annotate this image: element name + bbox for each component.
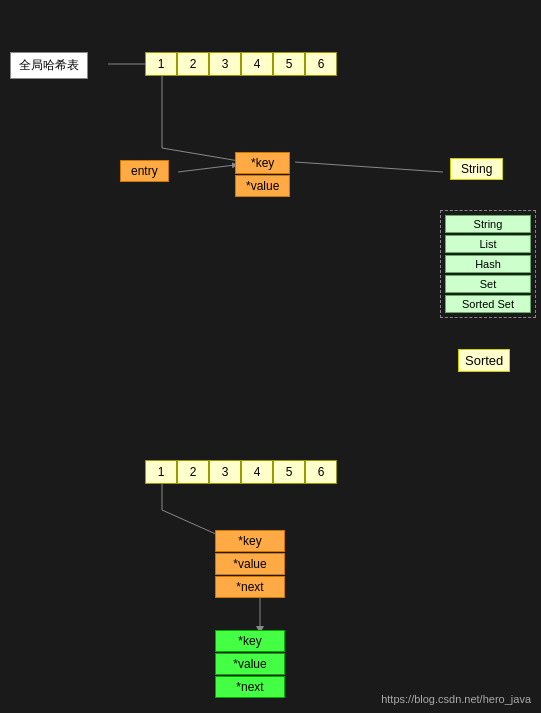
array-cell: 2	[177, 460, 209, 484]
array-cell: 5	[273, 52, 305, 76]
entry-group-1: *key *value *next	[215, 530, 285, 598]
svg-line-3	[178, 165, 235, 172]
entry-group-2: *key *value *next	[215, 630, 285, 698]
array-cell: 1	[145, 52, 177, 76]
type-list-item: Set	[445, 275, 531, 293]
entry-box: entry	[120, 160, 169, 182]
bottom-array: 123456	[145, 460, 337, 484]
value-field: *value	[235, 175, 290, 197]
array-cell: 6	[305, 460, 337, 484]
type-list: StringListHashSetSorted Set	[440, 210, 536, 318]
type-list-item: Sorted Set	[445, 295, 531, 313]
type-list-item: String	[445, 215, 531, 233]
array-cell: 4	[241, 52, 273, 76]
type-list-item: Hash	[445, 255, 531, 273]
array-cell: 3	[209, 460, 241, 484]
hash-table-label: 全局哈希表	[10, 52, 88, 79]
entry-label: entry	[120, 160, 169, 182]
url-label: https://blog.csdn.net/hero_java	[381, 693, 531, 705]
svg-line-8	[162, 510, 218, 535]
svg-line-2	[162, 148, 245, 162]
key-value-group: *key *value	[235, 152, 290, 197]
string-badge: String	[450, 158, 503, 180]
top-array: 123456	[145, 52, 337, 76]
key-field: *key	[235, 152, 290, 174]
array-cell: 4	[241, 460, 273, 484]
eg1-value: *value	[215, 553, 285, 575]
eg1-key: *key	[215, 530, 285, 552]
eg2-next: *next	[215, 676, 285, 698]
svg-line-4	[295, 162, 443, 172]
sorted-label: Sorted	[458, 349, 510, 372]
array-cell: 3	[209, 52, 241, 76]
array-cell: 5	[273, 460, 305, 484]
array-cell: 6	[305, 52, 337, 76]
string-type-label: String	[450, 158, 503, 180]
type-list-item: List	[445, 235, 531, 253]
array-cell: 2	[177, 52, 209, 76]
eg2-value: *value	[215, 653, 285, 675]
eg1-next: *next	[215, 576, 285, 598]
eg2-key: *key	[215, 630, 285, 652]
array-cell: 1	[145, 460, 177, 484]
